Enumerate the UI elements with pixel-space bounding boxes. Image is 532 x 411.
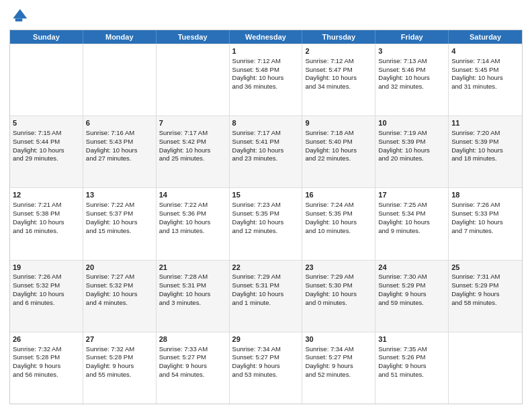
cell-line: Daylight: 10 hours [305,146,372,155]
calendar-cell-4-0: 26Sunrise: 7:32 AMSunset: 5:28 PMDayligh… [10,332,83,404]
calendar-cell-4-3: 29Sunrise: 7:34 AMSunset: 5:27 PMDayligh… [230,332,303,404]
cell-line: and 9 minutes. [378,227,445,236]
header-friday: Friday [375,30,449,44]
day-number: 17 [378,190,445,200]
cell-line: Sunrise: 7:16 AM [86,129,153,138]
calendar-cell-2-4: 16Sunrise: 7:24 AMSunset: 5:35 PMDayligh… [302,188,375,259]
cell-line: Daylight: 10 hours [13,218,80,227]
cell-line: and 1 minute. [232,299,300,308]
cell-line: Sunset: 5:47 PM [305,66,372,75]
header-saturday: Saturday [449,30,522,44]
calendar-cell-0-1 [83,44,157,116]
cell-line: Sunrise: 7:22 AM [86,201,153,210]
calendar-row-0: 1Sunrise: 7:12 AMSunset: 5:48 PMDaylight… [10,44,522,116]
day-number: 8 [232,118,300,128]
calendar-cell-4-2: 28Sunrise: 7:33 AMSunset: 5:27 PMDayligh… [157,332,230,404]
cell-line: Daylight: 10 hours [232,290,300,299]
calendar-cell-1-5: 10Sunrise: 7:19 AMSunset: 5:39 PMDayligh… [375,116,449,187]
calendar-cell-0-2 [157,44,230,116]
day-number: 12 [13,190,80,200]
cell-line: and 54 minutes. [159,371,226,379]
cell-line: and 25 minutes. [159,154,226,163]
day-number: 2 [305,46,372,56]
day-number: 15 [232,190,300,200]
cell-line: and 56 minutes. [13,371,80,379]
cell-line: and 3 minutes. [159,299,226,308]
cell-line: and 18 minutes. [451,154,519,163]
cell-line: Sunrise: 7:21 AM [13,201,80,210]
day-number: 31 [378,334,445,345]
cell-line: Sunset: 5:30 PM [305,281,372,290]
calendar-row-2: 12Sunrise: 7:21 AMSunset: 5:38 PMDayligh… [10,187,522,259]
header-tuesday: Tuesday [157,30,230,44]
cell-line: Daylight: 10 hours [232,74,300,83]
cell-line: Sunset: 5:34 PM [378,210,445,218]
cell-line: Sunset: 5:45 PM [451,66,519,75]
calendar-cell-4-1: 27Sunrise: 7:32 AMSunset: 5:28 PMDayligh… [83,332,157,404]
header [9,7,523,26]
cell-line: Sunset: 5:31 PM [232,281,300,290]
cell-line: Daylight: 10 hours [451,146,519,155]
cell-line: Sunrise: 7:34 AM [232,345,300,354]
day-number: 29 [232,334,300,345]
cell-line: Daylight: 10 hours [159,290,226,299]
cell-line: Daylight: 10 hours [232,146,300,155]
calendar-cell-3-1: 20Sunrise: 7:27 AMSunset: 5:32 PMDayligh… [83,261,157,332]
calendar-cell-4-4: 30Sunrise: 7:34 AMSunset: 5:27 PMDayligh… [302,332,375,404]
cell-line: Sunset: 5:28 PM [13,353,80,362]
day-number: 7 [159,118,226,128]
cell-line: Sunset: 5:35 PM [305,210,372,218]
cell-line: Daylight: 9 hours [378,290,445,299]
calendar-row-1: 5Sunrise: 7:15 AMSunset: 5:44 PMDaylight… [10,116,522,187]
cell-line: and 7 minutes. [451,227,519,236]
cell-line: Daylight: 10 hours [378,146,445,155]
svg-rect-1 [15,19,23,21]
cell-line: Daylight: 10 hours [451,218,519,227]
cell-line: Sunrise: 7:26 AM [451,201,519,210]
cell-line: Sunset: 5:35 PM [232,210,300,218]
day-number: 27 [86,334,153,345]
day-number: 24 [378,263,445,273]
calendar-cell-0-0 [10,44,83,116]
day-number: 6 [86,118,153,128]
cell-line: Daylight: 9 hours [232,362,300,371]
calendar-cell-1-4: 9Sunrise: 7:18 AMSunset: 5:40 PMDaylight… [302,116,375,187]
day-number: 14 [159,190,226,200]
cell-line: Sunset: 5:32 PM [86,281,153,290]
cell-line: Sunrise: 7:19 AM [378,129,445,138]
cell-line: and 29 minutes. [13,154,80,163]
svg-marker-0 [13,9,27,19]
calendar-cell-3-0: 19Sunrise: 7:26 AMSunset: 5:32 PMDayligh… [10,261,83,332]
cell-line: Daylight: 9 hours [86,362,153,371]
cell-line: and 12 minutes. [232,227,300,236]
cell-line: Sunset: 5:48 PM [232,66,300,75]
calendar-cell-1-3: 8Sunrise: 7:17 AMSunset: 5:41 PMDaylight… [230,116,303,187]
day-number: 20 [86,263,153,273]
cell-line: and 6 minutes. [13,299,80,308]
cell-line: Sunset: 5:38 PM [13,210,80,218]
cell-line: Sunrise: 7:25 AM [378,201,445,210]
calendar-cell-1-1: 6Sunrise: 7:16 AMSunset: 5:43 PMDaylight… [83,116,157,187]
cell-line: Daylight: 10 hours [451,74,519,83]
calendar-cell-1-0: 5Sunrise: 7:15 AMSunset: 5:44 PMDaylight… [10,116,83,187]
cell-line: and 23 minutes. [232,154,300,163]
day-number: 11 [451,118,519,128]
cell-line: and 16 minutes. [13,227,80,236]
calendar-cell-0-4: 2Sunrise: 7:12 AMSunset: 5:47 PMDaylight… [302,44,375,116]
calendar-cell-2-0: 12Sunrise: 7:21 AMSunset: 5:38 PMDayligh… [10,188,83,259]
cell-line: Daylight: 10 hours [159,146,226,155]
cell-line: Daylight: 10 hours [305,74,372,83]
cell-line: Sunrise: 7:17 AM [159,129,226,138]
header-thursday: Thursday [302,30,375,44]
cell-line: and 10 minutes. [305,227,372,236]
cell-line: Sunrise: 7:34 AM [305,345,372,354]
day-number: 9 [305,118,372,128]
calendar: Sunday Monday Tuesday Wednesday Thursday… [9,30,523,404]
page: Sunday Monday Tuesday Wednesday Thursday… [0,0,532,411]
calendar-row-4: 26Sunrise: 7:32 AMSunset: 5:28 PMDayligh… [10,332,522,404]
calendar-cell-3-2: 21Sunrise: 7:28 AMSunset: 5:31 PMDayligh… [157,261,230,332]
cell-line: Sunset: 5:37 PM [86,210,153,218]
day-number: 23 [305,263,372,273]
cell-line: Daylight: 10 hours [13,290,80,299]
cell-line: Sunset: 5:28 PM [86,353,153,362]
